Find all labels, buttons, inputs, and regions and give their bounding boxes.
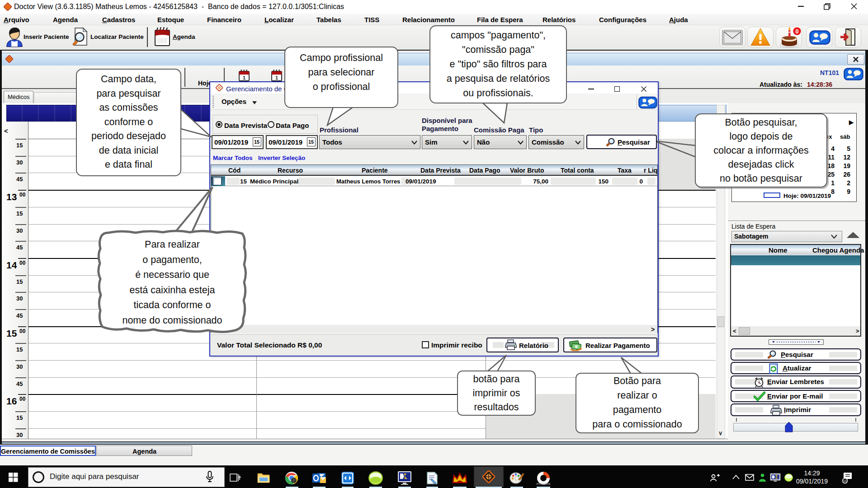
svg-text:1: 1	[243, 75, 245, 80]
svg-text:PHOTOSCAPE: PHOTOSCAPE	[536, 483, 550, 485]
svg-text:0: 0	[795, 28, 798, 35]
svg-text:1: 1	[275, 75, 278, 80]
svg-text:11: 11	[843, 479, 847, 483]
